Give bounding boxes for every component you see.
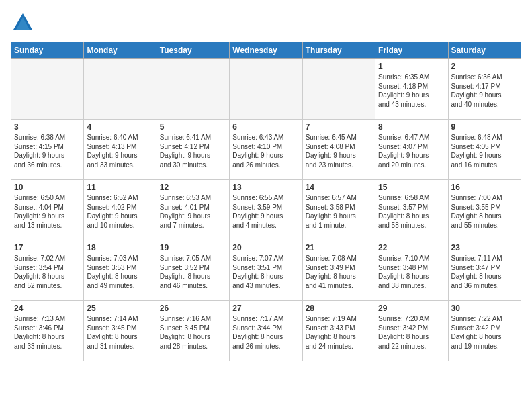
- calendar-cell: 6Sunrise: 6:43 AM Sunset: 4:10 PM Daylig…: [230, 120, 302, 180]
- calendar-cell: [84, 59, 157, 120]
- day-info: Sunrise: 6:57 AM Sunset: 3:58 PM Dayligh…: [306, 193, 372, 230]
- day-number: 11: [87, 183, 153, 192]
- day-number: 6: [232, 122, 299, 132]
- day-number: 18: [87, 243, 153, 253]
- calendar-cell: 3Sunrise: 6:38 AM Sunset: 4:15 PM Daylig…: [11, 120, 84, 180]
- day-number: 27: [232, 304, 299, 313]
- calendar-cell: 1Sunrise: 6:35 AM Sunset: 4:18 PM Daylig…: [375, 59, 448, 120]
- day-number: 14: [306, 183, 372, 192]
- day-number: 4: [87, 122, 153, 132]
- day-info: Sunrise: 7:19 AM Sunset: 3:43 PM Dayligh…: [306, 314, 372, 351]
- day-info: Sunrise: 7:20 AM Sunset: 3:42 PM Dayligh…: [378, 314, 445, 351]
- calendar-cell: 10Sunrise: 6:50 AM Sunset: 4:04 PM Dayli…: [11, 180, 84, 240]
- day-info: Sunrise: 6:45 AM Sunset: 4:08 PM Dayligh…: [306, 133, 372, 169]
- logo: [11, 11, 39, 35]
- calendar-cell: 24Sunrise: 7:13 AM Sunset: 3:46 PM Dayli…: [11, 301, 84, 361]
- day-number: 29: [378, 304, 445, 313]
- calendar-cell: 25Sunrise: 7:14 AM Sunset: 3:45 PM Dayli…: [84, 301, 157, 361]
- day-number: 20: [232, 243, 299, 253]
- day-number: 25: [87, 304, 153, 313]
- day-number: 26: [160, 304, 226, 313]
- day-number: 23: [451, 243, 518, 253]
- day-number: 9: [451, 122, 518, 132]
- day-info: Sunrise: 7:13 AM Sunset: 3:46 PM Dayligh…: [14, 314, 81, 351]
- day-info: Sunrise: 6:41 AM Sunset: 4:12 PM Dayligh…: [160, 133, 226, 169]
- calendar-cell: 22Sunrise: 7:10 AM Sunset: 3:48 PM Dayli…: [375, 240, 448, 301]
- calendar-week-row: 17Sunrise: 7:02 AM Sunset: 3:54 PM Dayli…: [11, 240, 521, 301]
- calendar-cell: 13Sunrise: 6:55 AM Sunset: 3:59 PM Dayli…: [230, 180, 302, 240]
- weekday-header-tuesday: Tuesday: [157, 42, 229, 59]
- day-info: Sunrise: 6:36 AM Sunset: 4:17 PM Dayligh…: [451, 73, 518, 109]
- calendar-cell: [302, 59, 375, 120]
- day-number: 17: [14, 243, 81, 253]
- calendar-cell: 26Sunrise: 7:16 AM Sunset: 3:45 PM Dayli…: [157, 301, 229, 361]
- calendar-cell: 4Sunrise: 6:40 AM Sunset: 4:13 PM Daylig…: [84, 120, 157, 180]
- logo-icon: [11, 11, 35, 35]
- day-info: Sunrise: 7:11 AM Sunset: 3:47 PM Dayligh…: [451, 254, 518, 290]
- day-info: Sunrise: 6:58 AM Sunset: 3:57 PM Dayligh…: [378, 193, 445, 230]
- calendar-cell: 20Sunrise: 7:07 AM Sunset: 3:51 PM Dayli…: [230, 240, 302, 301]
- calendar-week-row: 1Sunrise: 6:35 AM Sunset: 4:18 PM Daylig…: [11, 59, 521, 120]
- day-number: 8: [378, 122, 445, 132]
- day-number: 15: [378, 183, 445, 192]
- day-number: 12: [160, 183, 226, 192]
- page-header: [11, 11, 521, 35]
- day-number: 22: [378, 243, 445, 253]
- day-info: Sunrise: 7:16 AM Sunset: 3:45 PM Dayligh…: [160, 314, 226, 351]
- calendar-cell: 28Sunrise: 7:19 AM Sunset: 3:43 PM Dayli…: [302, 301, 375, 361]
- calendar-header-row: SundayMondayTuesdayWednesdayThursdayFrid…: [11, 42, 521, 59]
- calendar-week-row: 3Sunrise: 6:38 AM Sunset: 4:15 PM Daylig…: [11, 120, 521, 180]
- day-info: Sunrise: 6:48 AM Sunset: 4:05 PM Dayligh…: [451, 133, 518, 169]
- day-info: Sunrise: 7:00 AM Sunset: 3:55 PM Dayligh…: [451, 193, 518, 230]
- day-info: Sunrise: 6:52 AM Sunset: 4:02 PM Dayligh…: [87, 193, 153, 230]
- day-info: Sunrise: 7:08 AM Sunset: 3:49 PM Dayligh…: [306, 254, 372, 290]
- calendar-cell: 16Sunrise: 7:00 AM Sunset: 3:55 PM Dayli…: [448, 180, 521, 240]
- calendar-cell: [11, 59, 84, 120]
- calendar-cell: 29Sunrise: 7:20 AM Sunset: 3:42 PM Dayli…: [375, 301, 448, 361]
- calendar-cell: 14Sunrise: 6:57 AM Sunset: 3:58 PM Dayli…: [302, 180, 375, 240]
- day-info: Sunrise: 6:55 AM Sunset: 3:59 PM Dayligh…: [232, 193, 299, 230]
- day-number: 1: [378, 62, 445, 71]
- day-info: Sunrise: 6:50 AM Sunset: 4:04 PM Dayligh…: [14, 193, 81, 230]
- weekday-header-friday: Friday: [375, 42, 448, 59]
- calendar-cell: 21Sunrise: 7:08 AM Sunset: 3:49 PM Dayli…: [302, 240, 375, 301]
- calendar-week-row: 10Sunrise: 6:50 AM Sunset: 4:04 PM Dayli…: [11, 180, 521, 240]
- day-number: 19: [160, 243, 226, 253]
- day-number: 16: [451, 183, 518, 192]
- calendar-cell: 7Sunrise: 6:45 AM Sunset: 4:08 PM Daylig…: [302, 120, 375, 180]
- calendar-cell: 8Sunrise: 6:47 AM Sunset: 4:07 PM Daylig…: [375, 120, 448, 180]
- day-number: 10: [14, 183, 81, 192]
- calendar-cell: 19Sunrise: 7:05 AM Sunset: 3:52 PM Dayli…: [157, 240, 229, 301]
- weekday-header-saturday: Saturday: [448, 42, 521, 59]
- day-info: Sunrise: 6:53 AM Sunset: 4:01 PM Dayligh…: [160, 193, 226, 230]
- day-number: 5: [160, 122, 226, 132]
- day-info: Sunrise: 7:03 AM Sunset: 3:53 PM Dayligh…: [87, 254, 153, 290]
- calendar-cell: 9Sunrise: 6:48 AM Sunset: 4:05 PM Daylig…: [448, 120, 521, 180]
- day-info: Sunrise: 7:22 AM Sunset: 3:42 PM Dayligh…: [451, 314, 518, 351]
- calendar-cell: 27Sunrise: 7:17 AM Sunset: 3:44 PM Dayli…: [230, 301, 302, 361]
- calendar-cell: [230, 59, 302, 120]
- calendar-cell: 5Sunrise: 6:41 AM Sunset: 4:12 PM Daylig…: [157, 120, 229, 180]
- day-number: 7: [306, 122, 372, 132]
- day-number: 24: [14, 304, 81, 313]
- calendar-cell: [157, 59, 229, 120]
- day-info: Sunrise: 6:35 AM Sunset: 4:18 PM Dayligh…: [378, 73, 445, 109]
- day-number: 21: [306, 243, 372, 253]
- calendar-cell: 2Sunrise: 6:36 AM Sunset: 4:17 PM Daylig…: [448, 59, 521, 120]
- day-number: 2: [451, 62, 518, 71]
- day-info: Sunrise: 7:07 AM Sunset: 3:51 PM Dayligh…: [232, 254, 299, 290]
- calendar-week-row: 24Sunrise: 7:13 AM Sunset: 3:46 PM Dayli…: [11, 301, 521, 361]
- day-info: Sunrise: 7:05 AM Sunset: 3:52 PM Dayligh…: [160, 254, 226, 290]
- day-number: 13: [232, 183, 299, 192]
- calendar-cell: 18Sunrise: 7:03 AM Sunset: 3:53 PM Dayli…: [84, 240, 157, 301]
- day-info: Sunrise: 7:02 AM Sunset: 3:54 PM Dayligh…: [14, 254, 81, 290]
- calendar-cell: 11Sunrise: 6:52 AM Sunset: 4:02 PM Dayli…: [84, 180, 157, 240]
- weekday-header-thursday: Thursday: [302, 42, 375, 59]
- calendar-cell: 15Sunrise: 6:58 AM Sunset: 3:57 PM Dayli…: [375, 180, 448, 240]
- calendar-table: SundayMondayTuesdayWednesdayThursdayFrid…: [11, 42, 521, 361]
- weekday-header-sunday: Sunday: [11, 42, 84, 59]
- day-info: Sunrise: 6:40 AM Sunset: 4:13 PM Dayligh…: [87, 133, 153, 169]
- day-info: Sunrise: 6:43 AM Sunset: 4:10 PM Dayligh…: [232, 133, 299, 169]
- day-info: Sunrise: 6:38 AM Sunset: 4:15 PM Dayligh…: [14, 133, 81, 169]
- day-number: 3: [14, 122, 81, 132]
